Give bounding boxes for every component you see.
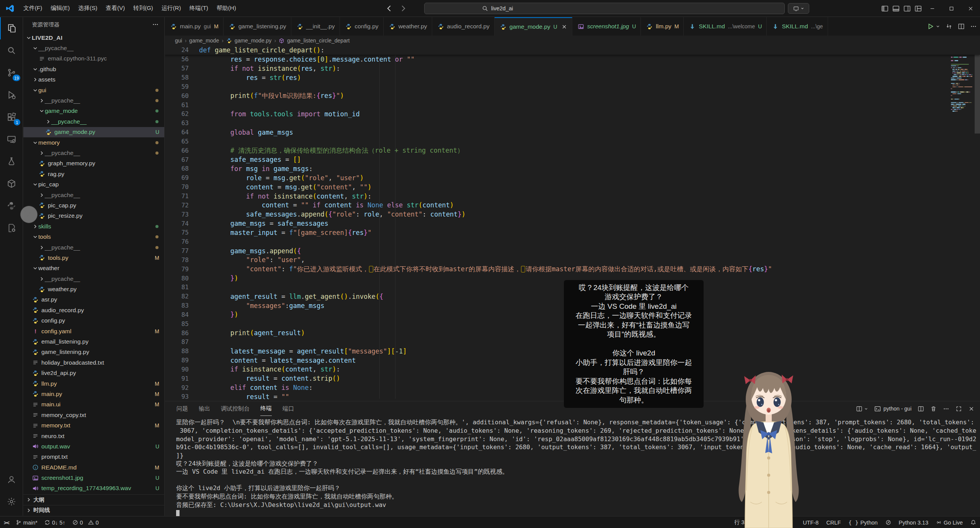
toggle-sidebar-icon[interactable] (881, 5, 889, 12)
kill-terminal-icon[interactable] (930, 406, 937, 412)
command-center-search[interactable]: live2d_ai (424, 3, 785, 14)
tab-SKILL.md[interactable]: SKILL.md...\ge (767, 17, 828, 36)
explorer-item-__pycache__[interactable]: __pycache__ (23, 116, 164, 127)
eol-status[interactable]: CRLF (826, 520, 841, 526)
nav-back-icon[interactable] (385, 4, 394, 13)
activity-account[interactable] (0, 468, 23, 491)
explorer-item-email_listening.py[interactable]: email_listening.py (23, 336, 164, 347)
menu-终端[interactable]: 终端(T) (185, 3, 212, 14)
menu-查看[interactable]: 查看(V) (101, 3, 129, 14)
minimap[interactable] (947, 46, 974, 329)
open-changes-icon[interactable] (946, 23, 952, 30)
terminal-output[interactable]: 里陪你一起肝吗？ \n要不要我帮你构思点台词: 比如你每次在游戏里阵亡，我就自动… (176, 418, 976, 516)
explorer-item-config.py[interactable]: config.py (23, 316, 164, 326)
activity-docker[interactable] (0, 173, 23, 195)
tab-main.py[interactable]: main.pyguiM (165, 17, 224, 36)
explorer-item-prompt.txt[interactable]: prompt.txt (23, 452, 164, 462)
tab-game_mode.py[interactable]: game_mode.pyU (495, 17, 572, 36)
explorer-item-email.cpython-311.pyc[interactable]: email.cpython-311.pyc (23, 54, 164, 64)
tab-config.py[interactable]: config.py (340, 17, 384, 36)
menu-编辑[interactable]: 编辑(E) (46, 3, 74, 14)
activity-explorer[interactable] (0, 17, 23, 39)
explorer-item-llm.py[interactable]: llm.pyM (23, 378, 164, 389)
problems-status[interactable]: 0 0 (72, 520, 99, 526)
tab-weather.py[interactable]: weather.py (384, 17, 432, 36)
panel-tab-调试控制台[interactable]: 调试控制台 (221, 401, 250, 416)
activity-source-control[interactable]: 19 (0, 62, 23, 84)
customize-layout-icon[interactable] (915, 5, 922, 12)
activity-settings[interactable] (0, 491, 23, 513)
panel-tab-输出[interactable]: 输出 (199, 401, 210, 416)
python-interpreter-status[interactable]: Python 3.13 (899, 520, 928, 526)
menu-帮助[interactable]: 帮助(H) (212, 3, 240, 14)
panel-more-actions-icon[interactable] (943, 406, 949, 412)
panel-tab-问题[interactable]: 问题 (176, 401, 188, 416)
explorer-item-rag.py[interactable]: rag.py (23, 169, 164, 179)
explorer-item-audio_record.py[interactable]: audio_record.py (23, 305, 164, 315)
section-时间线[interactable]: 时间线 (23, 505, 164, 515)
activity-search[interactable] (0, 39, 23, 62)
editor-scrollbar[interactable] (975, 46, 980, 134)
menu-文件[interactable]: 文件(F) (19, 3, 46, 14)
window-maximize-button[interactable] (942, 0, 961, 17)
floating-widget-handle[interactable] (20, 205, 38, 223)
explorer-item-weather.py[interactable]: weather.py (23, 284, 164, 294)
explorer-item-tools[interactable]: tools (23, 231, 164, 242)
tab-close-icon[interactable] (561, 24, 567, 30)
explorer-item-gui[interactable]: gui (23, 85, 164, 95)
breadcrumb-symbol[interactable]: game_listen_circle_depart (287, 37, 350, 44)
tab-__init__.py[interactable]: __init__.py (291, 17, 340, 36)
git-branch-status[interactable]: main* (16, 520, 38, 526)
terminal-launch-icon[interactable] (856, 406, 862, 412)
explorer-item-__pycache__[interactable]: __pycache__ (23, 274, 164, 284)
close-panel-icon[interactable] (968, 406, 975, 412)
explorer-item-pic_cap[interactable]: pic_cap (23, 179, 164, 189)
section-大纲[interactable]: 大纲 (23, 494, 164, 505)
explorer-item-config.yaml[interactable]: !config.yamlM (23, 326, 164, 336)
explorer-item-game_mode[interactable]: game_mode (23, 106, 164, 116)
explorer-item-pic_resize.py[interactable]: pic_resize.py (23, 211, 164, 221)
toolbar-dropdown[interactable] (788, 3, 809, 14)
explorer-item-pic_cap.py[interactable]: pic_cap.py (23, 200, 164, 210)
git-sync-status[interactable]: 0↓ 5↑ (44, 520, 65, 526)
activity-python[interactable] (0, 195, 23, 217)
tab-audio_record.py[interactable]: audio_record.py (432, 17, 495, 36)
activity-run-debug[interactable] (0, 84, 23, 106)
explorer-item-temp_recording_1774349963.wav[interactable]: temp_recording_1774349963.wavU (23, 483, 164, 494)
explorer-item-skills[interactable]: skills (23, 221, 164, 231)
window-close-button[interactable] (961, 0, 980, 17)
explorer-item-__pycache__[interactable]: __pycache__ (23, 190, 164, 200)
activity-extensions[interactable]: 1 (0, 106, 23, 128)
nav-forward-icon[interactable] (399, 4, 407, 13)
breadcrumb-game_mode[interactable]: game_mode (189, 37, 219, 44)
explorer-item-main.py[interactable]: main.pyM (23, 389, 164, 399)
toggle-panel-icon[interactable] (892, 5, 900, 12)
maximize-panel-icon[interactable] (956, 406, 962, 412)
explorer-item-holiday_broadcasted.txt[interactable]: holiday_broadcasted.txt (23, 357, 164, 368)
split-editor-icon[interactable] (958, 23, 965, 30)
explorer-item-neuro.txt[interactable]: neuro.txt (23, 431, 164, 441)
explorer-item-LIVE2D_AI[interactable]: LIVE2D_AI (23, 33, 164, 43)
remote-indicator[interactable]: >< (4, 520, 9, 526)
explorer-item-asr.py[interactable]: asr.py (23, 295, 164, 305)
notifications-bell-icon[interactable] (970, 520, 976, 525)
tab-SKILL.md[interactable]: SKILL.md...\welcomeU (684, 17, 767, 36)
tab-llm.py[interactable]: llm.pyM (641, 17, 684, 36)
breadcrumb[interactable]: gui›game_mode›game_mode.py›game_listen_c… (165, 36, 980, 46)
tab-game_listening.py[interactable]: game_listening.py (224, 17, 291, 36)
explorer-item-README.md[interactable]: README.mdM (23, 462, 164, 473)
explorer-item-.github[interactable]: .github (23, 64, 164, 74)
explorer-item-__pycache__[interactable]: __pycache__ (23, 148, 164, 158)
menu-运行[interactable]: 运行(R) (157, 3, 185, 14)
breadcrumb-game_mode.py[interactable]: game_mode.py (235, 37, 272, 44)
formatter-status[interactable] (885, 520, 891, 525)
activity-remote-explorer[interactable] (0, 128, 23, 150)
terminal-tab[interactable]: python - gui (874, 406, 911, 412)
explorer-item-__pycache__[interactable]: __pycache__ (23, 43, 164, 53)
panel-tab-终端[interactable]: 终端 (260, 401, 272, 416)
menu-选择[interactable]: 选择(S) (74, 3, 101, 14)
explorer-more-actions-icon[interactable] (152, 21, 159, 28)
explorer-item-tools.py[interactable]: tools.pyM (23, 253, 164, 263)
explorer-item-game_listening.py[interactable]: game_listening.py (23, 347, 164, 357)
explorer-item-__pycache__[interactable]: __pycache__ (23, 242, 164, 253)
